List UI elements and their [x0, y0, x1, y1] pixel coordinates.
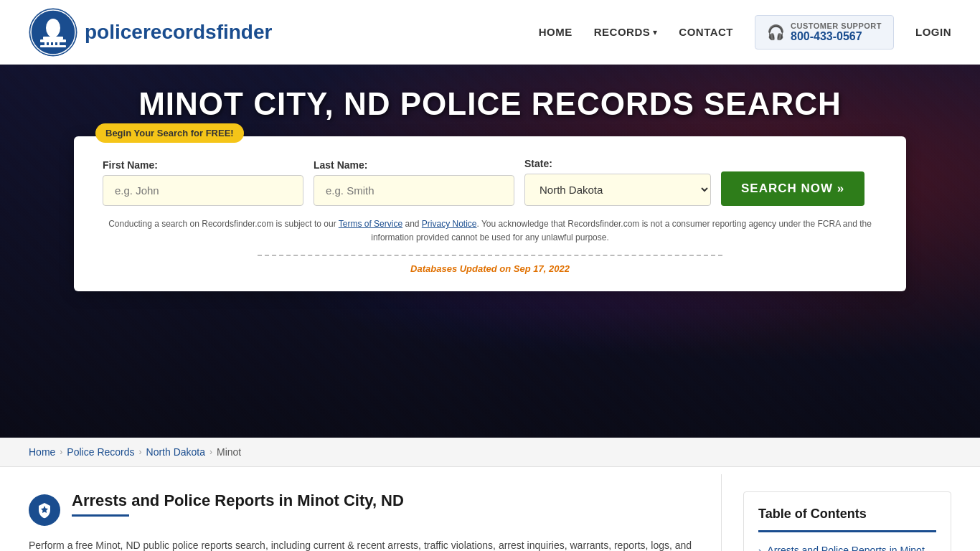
first-name-group: First Name: — [103, 159, 303, 206]
article-title-area: Arrests and Police Reports in Minot City… — [72, 491, 404, 517]
state-label: State: — [524, 158, 711, 169]
svg-rect-6 — [49, 39, 51, 45]
breadcrumb-north-dakota[interactable]: North Dakota — [146, 446, 205, 458]
nav-contact[interactable]: CONTACT — [679, 26, 733, 38]
svg-rect-10 — [52, 19, 54, 24]
article-body: Perform a free Minot, ND public police r… — [29, 537, 699, 551]
badge-icon — [29, 494, 60, 526]
article-title: Arrests and Police Reports in Minot City… — [72, 491, 404, 510]
svg-rect-8 — [57, 39, 60, 45]
search-card: Begin Your Search for FREE! First Name: … — [74, 136, 906, 291]
privacy-link[interactable]: Privacy Notice — [422, 219, 477, 229]
breadcrumb-current: Minot — [217, 446, 241, 458]
last-name-input[interactable] — [314, 175, 514, 206]
toc-box: Table of Contents › Arrests and Police R… — [743, 491, 951, 551]
hero-title: MINOT CITY, ND POLICE RECORDS SEARCH — [138, 86, 842, 122]
breadcrumb-sep-1: › — [60, 447, 62, 457]
records-chevron-icon: ▾ — [653, 27, 657, 37]
toc-items: › Arrests and Police Reports in Minot Ci… — [758, 544, 936, 551]
article-heading-area: Arrests and Police Reports in Minot City… — [29, 491, 699, 526]
breadcrumb-sep-2: › — [139, 447, 142, 457]
svg-rect-3 — [43, 37, 63, 39]
support-number: 800-433-0567 — [791, 30, 882, 43]
shield-star-icon — [36, 501, 53, 519]
nav-records-container: RECORDS ▾ — [594, 26, 658, 38]
headset-icon: 🎧 — [767, 24, 785, 41]
breadcrumb-police-records[interactable]: Police Records — [67, 446, 134, 458]
svg-rect-5 — [44, 39, 47, 45]
db-updated: Databases Updated on Sep 17, 2022 — [103, 263, 877, 274]
toc-title: Table of Contents — [758, 507, 936, 522]
last-name-group: Last Name: — [314, 159, 514, 206]
nav-home[interactable]: HOME — [539, 26, 573, 38]
main-content: Arrests and Police Reports in Minot City… — [0, 474, 980, 551]
breadcrumb: Home › Police Records › North Dakota › M… — [0, 438, 980, 467]
breadcrumb-home[interactable]: Home — [29, 446, 55, 458]
last-name-label: Last Name: — [314, 159, 514, 171]
terms-link[interactable]: Terms of Service — [339, 219, 402, 229]
search-fields: First Name: Last Name: State: AlabamaAla… — [103, 158, 877, 206]
logo-icon — [29, 8, 77, 57]
toc-item: › Arrests and Police Reports in Minot Ci… — [758, 544, 936, 551]
disclaimer-text: Conducting a search on Recordsfinder.com… — [103, 217, 877, 245]
logo-link[interactable]: policerecordsfinder — [29, 8, 272, 57]
nav-records[interactable]: RECORDS — [594, 26, 651, 38]
title-underline — [72, 514, 129, 517]
svg-rect-7 — [53, 39, 55, 45]
support-text: CUSTOMER SUPPORT 800-433-0567 — [791, 22, 882, 43]
header: policerecordsfinder HOME RECORDS ▾ CONTA… — [0, 0, 980, 65]
svg-rect-9 — [40, 45, 66, 47]
first-name-input[interactable] — [103, 175, 303, 206]
toc-divider — [758, 530, 936, 532]
divider — [258, 255, 722, 256]
free-badge: Begin Your Search for FREE! — [95, 123, 244, 143]
main-nav: HOME RECORDS ▾ CONTACT 🎧 CUSTOMER SUPPOR… — [539, 15, 951, 50]
logo-text: policerecordsfinder — [85, 21, 272, 44]
toc-chevron-icon: › — [758, 545, 761, 551]
state-group: State: AlabamaAlaskaArizonaArkansasCalif… — [524, 158, 711, 206]
nav-login[interactable]: LOGIN — [915, 26, 951, 38]
toc-link[interactable]: Arrests and Police Reports in Minot City… — [767, 544, 936, 551]
search-button[interactable]: SEARCH NOW » — [721, 171, 864, 206]
first-name-label: First Name: — [103, 159, 303, 171]
support-label: CUSTOMER SUPPORT — [791, 22, 882, 30]
content-right: Table of Contents › Arrests and Police R… — [722, 474, 951, 551]
state-select[interactable]: AlabamaAlaskaArizonaArkansasCaliforniaCo… — [524, 174, 711, 206]
customer-support-box: 🎧 CUSTOMER SUPPORT 800-433-0567 — [755, 15, 894, 50]
hero-section: MINOT CITY, ND POLICE RECORDS SEARCH Beg… — [0, 65, 980, 438]
content-left: Arrests and Police Reports in Minot City… — [29, 474, 722, 551]
breadcrumb-sep-3: › — [209, 447, 212, 457]
